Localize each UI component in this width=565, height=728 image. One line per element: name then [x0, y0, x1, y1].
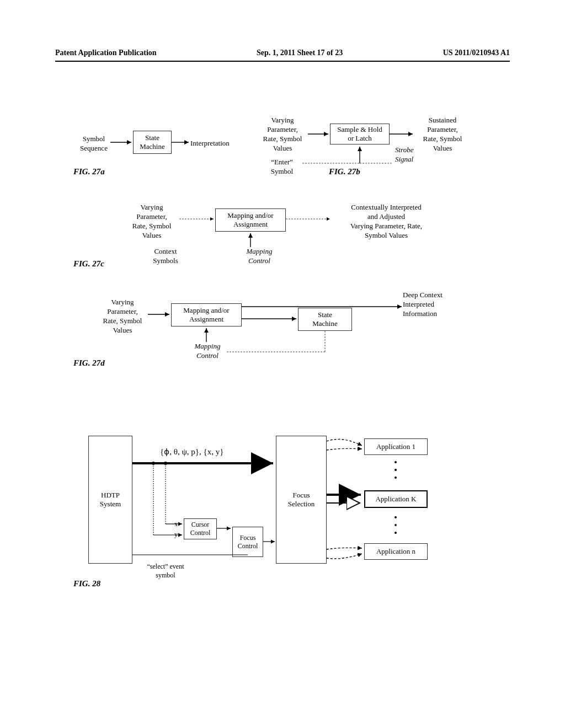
svg-point-29	[395, 469, 397, 471]
fig27d-output: Deep Context Interpreted Information	[403, 291, 469, 319]
svg-point-35	[395, 532, 397, 534]
fig28-app1: Application 1	[364, 438, 428, 455]
fig28-appn: Application n	[364, 543, 428, 560]
svg-point-34	[395, 524, 397, 526]
fig28-cursor: Cursor Control	[184, 518, 217, 539]
fig27c-label: FIG. 27c	[73, 259, 104, 269]
fig27a-output: Interpretation	[190, 139, 230, 148]
page-header: Patent Application Publication Sep. 1, 2…	[0, 49, 565, 62]
svg-point-19	[164, 462, 167, 465]
svg-point-30	[395, 477, 397, 479]
fig28-focus-ctrl: Focus Control	[232, 527, 263, 557]
fig27d-map: Mapping Control	[185, 342, 230, 361]
fig28-focus-sel: Focus Selection	[276, 436, 327, 564]
fig28-hdtp: HDTP System	[88, 436, 132, 564]
fig27c-map: Mapping Control	[237, 247, 281, 266]
fig28-y: y	[174, 531, 178, 539]
fig27a-input: Symbol Sequence	[72, 135, 116, 153]
fig27b-strobe: Strobe Signal	[395, 146, 428, 164]
fig28-label: FIG. 28	[73, 579, 100, 588]
fig28-x: x	[174, 520, 178, 529]
svg-point-33	[395, 516, 397, 518]
page: Patent Application Publication Sep. 1, 2…	[0, 0, 565, 728]
fig27b-label: FIG. 27b	[329, 167, 360, 176]
fig27a-box: State Machine	[133, 131, 172, 154]
fig27c-output: Contextually Interpreted and Adjusted Va…	[331, 203, 441, 240]
fig27b-input: Varying Parameter, Rate, Symbol Values	[255, 116, 310, 153]
fig27d-input: Varying Parameter, Rate, Symbol Values	[95, 298, 150, 335]
fig27c-box: Mapping and/or Assignment	[215, 208, 286, 232]
fig27d-box2: State Machine	[298, 308, 352, 331]
svg-point-18	[152, 462, 155, 465]
header-center: Sep. 1, 2011 Sheet 17 of 23	[257, 49, 343, 57]
svg-point-28	[395, 461, 397, 463]
fig27b-enter: “Enter” Symbol	[263, 158, 301, 176]
header-left: Patent Application Publication	[55, 49, 157, 57]
header-rule	[55, 61, 510, 62]
fig27d-box1: Mapping and/or Assignment	[171, 303, 242, 326]
fig27d-label: FIG. 27d	[73, 358, 105, 368]
fig27a-label: FIG. 27a	[73, 167, 105, 176]
fig27b-box: Sample & Hold or Latch	[330, 124, 390, 144]
fig28-appk: Application K	[364, 490, 428, 508]
fig27c-ctx: Context Symbols	[143, 247, 188, 266]
fig27c-input: Varying Parameter, Rate, Symbol Values	[124, 203, 179, 240]
fig28-params: {ϕ, θ, ψ, p}, {x, y}	[160, 447, 223, 458]
fig28-select: “select” event symbol	[135, 563, 196, 580]
header-right: US 2011/0210943 A1	[443, 49, 510, 57]
